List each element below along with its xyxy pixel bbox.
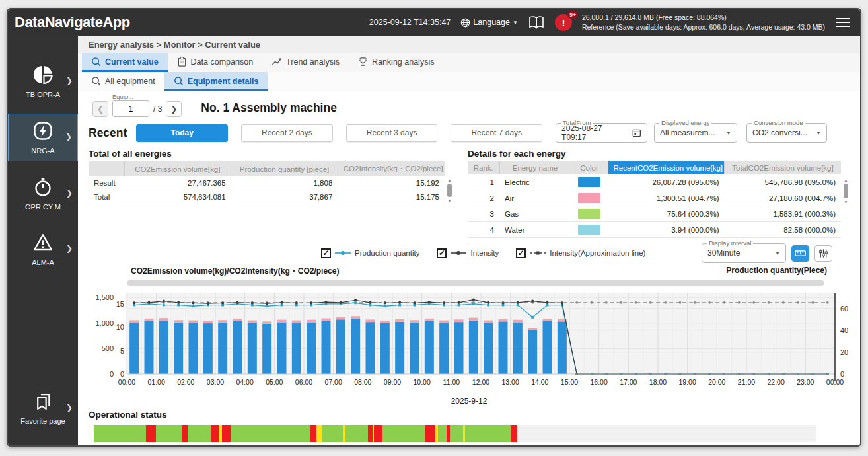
- row-label: Result: [89, 176, 124, 190]
- sidebar-item-favorite-page[interactable]: Favorite page ❯: [8, 386, 78, 431]
- status-axis-label: 06:00: [265, 445, 284, 447]
- details-table-title: Details for each energy: [468, 149, 850, 159]
- next-equipment-button[interactable]: ❯: [166, 101, 182, 117]
- svg-text:10:00: 10:00: [414, 378, 431, 386]
- tab-ranking-analysis[interactable]: Ranking analysis: [349, 53, 444, 72]
- equipment-number-input[interactable]: [112, 100, 149, 117]
- column-header[interactable]: TotalCO2Emission volume[kg]: [725, 161, 842, 174]
- sidebar-item-alm-a[interactable]: ALM-A ❯: [8, 226, 78, 272]
- display-interval-select[interactable]: Display interval 30Minute ▼: [702, 243, 786, 263]
- manual-button[interactable]: [528, 15, 545, 30]
- monitor-search-icon: [174, 76, 184, 86]
- ruler-icon: [795, 249, 806, 258]
- svg-text:13:00: 13:00: [502, 378, 519, 386]
- status-axis-label: 03:00: [174, 445, 194, 447]
- svg-text:5: 5: [120, 347, 124, 355]
- color-swatch: [578, 193, 600, 203]
- status-axis-label: 15:00: [536, 445, 555, 447]
- svg-text:17:00: 17:00: [620, 378, 637, 386]
- operational-status-bar: [94, 425, 816, 442]
- totals-table-title: Total of all energies: [89, 149, 453, 159]
- operational-status-axis: Sep 1203:0006:0009:0012:0015:0018:0021:0…: [94, 445, 816, 447]
- hamburger-menu-icon[interactable]: [835, 17, 851, 28]
- tab-label: Current value: [105, 57, 159, 67]
- totals-table-block: Total of all energies CO2Emission volume…: [89, 149, 453, 238]
- intensity-approximation-checkbox[interactable]: ✓ Intensity(Approximation line): [516, 248, 645, 258]
- top-bar: DataNavigateApp 2025-09-12 T14:35:47 Lan…: [8, 9, 860, 36]
- table-row: 3 Gas 75.64 (000.3%) 1,583.91 (000.3%): [468, 206, 841, 222]
- alert-button[interactable]: ! 9+: [555, 14, 572, 31]
- pie-chart-icon: [33, 65, 53, 85]
- details-table: Rank. Energy name Color RecentCO2Emissio…: [468, 161, 841, 238]
- tab-data-comparison[interactable]: Data comparison: [168, 53, 263, 72]
- displayed-energy-select[interactable]: Displayed energy All measurem... ▼: [654, 123, 737, 143]
- table-scrollbar[interactable]: ▲▼: [842, 176, 850, 238]
- svg-text:12:00: 12:00: [472, 378, 489, 386]
- energy-name: Gas: [499, 206, 571, 222]
- table-scrollbar[interactable]: ▲▼: [446, 176, 453, 204]
- tab-equipment-details[interactable]: Equipment details: [164, 72, 268, 91]
- column-header-active[interactable]: RecentCO2Emission volume[kg]: [608, 161, 725, 174]
- right-axis-title: Production quantity(Piece): [726, 266, 827, 277]
- sidebar-item-label: OPR CY-M: [8, 203, 78, 211]
- recent-co2-value: 75.64 (000.3%): [608, 206, 725, 222]
- display-interval-label: Display interval: [707, 239, 753, 247]
- conversion-mode-select[interactable]: Conversion mode CO2 conversi... ▼: [746, 123, 827, 143]
- recent-7-days-button[interactable]: Recent 7 days: [451, 124, 542, 142]
- series-toggle-row: ✓ Production quantity ✓ Intensity ✓: [78, 238, 860, 263]
- storage-reference: Reference (Save available days: Approx. …: [582, 22, 825, 32]
- recent-label: Recent: [89, 126, 127, 140]
- checkbox-label: Intensity(Approximation line): [550, 249, 645, 257]
- svg-text:02:00: 02:00: [177, 378, 194, 386]
- sidebar-item-opr-cy-m[interactable]: OPR CY-M ❯: [8, 171, 78, 217]
- svg-text:15: 15: [116, 300, 124, 308]
- recent-3-days-button[interactable]: Recent 3 days: [346, 124, 438, 142]
- equipment-pager: Equip... ❮ / 3 ❯: [89, 96, 186, 120]
- chevron-down-icon: ▼: [726, 130, 731, 136]
- status-segment-run: [94, 425, 146, 442]
- color-swatch: [578, 177, 600, 187]
- svg-text:21:00: 21:00: [738, 378, 755, 386]
- app-logo: DataNavigateApp: [15, 14, 130, 31]
- sidebar-item-label: ALM-A: [8, 258, 78, 266]
- equipment-selector-row: Equip... ❮ / 3 ❯ No. 1 Assembly machine: [78, 91, 860, 121]
- color-cell: [571, 206, 608, 222]
- total-from-field[interactable]: TotalFrom 2025-08-27 T09:17: [556, 123, 647, 143]
- status-segment-stop: [368, 425, 373, 442]
- language-menu[interactable]: Language ▼: [460, 18, 518, 28]
- column-header: [89, 161, 124, 176]
- svg-text:1,000: 1,000: [95, 319, 114, 327]
- ruler-button[interactable]: [791, 245, 809, 262]
- tab-label: Trend analysis: [286, 57, 340, 67]
- sidebar-item-nrg-a[interactable]: NRG-A ❯: [8, 114, 78, 161]
- today-button[interactable]: Today: [136, 124, 228, 142]
- status-segment-run: [156, 425, 182, 442]
- recent-2-days-button[interactable]: Recent 2 days: [241, 124, 333, 142]
- chevron-right-icon: ❯: [66, 188, 73, 198]
- language-label: Language: [473, 18, 510, 27]
- svg-text:08:00: 08:00: [354, 378, 371, 386]
- sidebar-item-tb-opr-a[interactable]: TB OPR-A ❯: [8, 58, 78, 104]
- co2-intensity-value: 15.192: [338, 176, 445, 190]
- tab-trend-analysis[interactable]: Trend analysis: [262, 53, 349, 72]
- equipment-total: / 3: [153, 104, 162, 114]
- status-segment-stop: [146, 425, 156, 442]
- svg-text:05:00: 05:00: [266, 378, 283, 386]
- status-axis-label: Sep 12: [94, 445, 118, 447]
- status-segment-stop: [310, 425, 316, 442]
- checkbox-label: Production quantity: [355, 249, 419, 257]
- chart-settings-button[interactable]: [814, 245, 832, 262]
- storage-info: 26,080.1 / 29,614.8 MB (Free space: 88.0…: [582, 13, 825, 32]
- recent-co2-value: 3.94 (000.0%): [608, 222, 725, 238]
- svg-text:18:00: 18:00: [649, 378, 667, 386]
- chart-horizontal-scrollbar[interactable]: [127, 280, 824, 286]
- svg-text:23:00: 23:00: [797, 378, 814, 386]
- svg-text:07:00: 07:00: [325, 378, 342, 386]
- intensity-checkbox[interactable]: ✓ Intensity: [437, 248, 499, 258]
- production-quantity-checkbox[interactable]: ✓ Production quantity: [321, 248, 419, 258]
- tab-all-equipment[interactable]: All equipment: [82, 72, 164, 91]
- tab-current-value[interactable]: Current value: [82, 53, 168, 72]
- sidebar: TB OPR-A ❯ NRG-A ❯ OPR CY-M ❯: [8, 36, 78, 447]
- prev-equipment-button[interactable]: ❮: [92, 101, 108, 117]
- energy-name: Water: [499, 222, 571, 238]
